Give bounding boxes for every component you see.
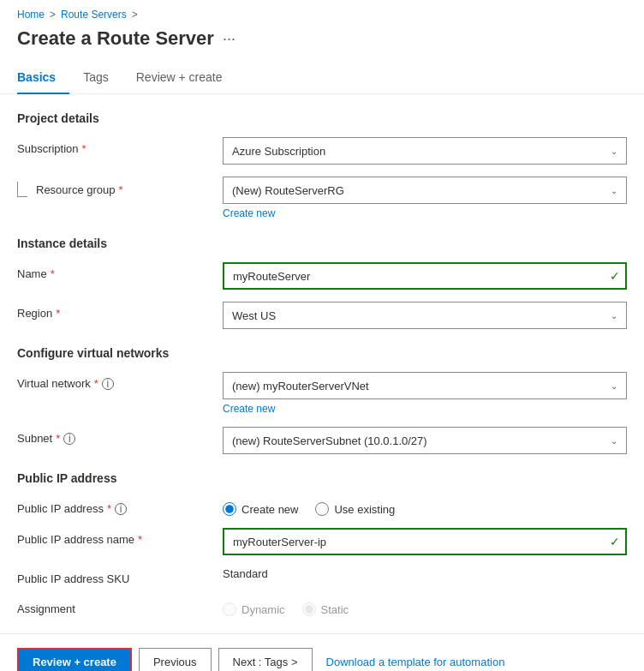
resource-group-row: Resource group * (New) RouteServerRG ⌄ C… [17, 177, 627, 219]
subscription-dropdown[interactable]: Azure Subscription ⌄ [223, 137, 627, 165]
public-ip-name-input-wrapper: ✓ [223, 528, 627, 555]
name-valid-icon: ✓ [610, 269, 620, 283]
name-input[interactable] [223, 262, 627, 290]
subnet-value: (new) RouteServerSubnet (10.0.1.0/27) [232, 434, 427, 447]
resource-group-label: Resource group * [17, 177, 223, 197]
name-input-wrapper: ✓ [223, 262, 627, 290]
public-ip-name-valid-icon: ✓ [610, 535, 620, 548]
public-ip-use-existing-option[interactable]: Use existing [315, 502, 395, 516]
name-control: ✓ [223, 262, 627, 290]
subscription-row: Subscription * Azure Subscription ⌄ [17, 137, 627, 165]
public-ip-sku-row: Public IP address SKU Standard [17, 567, 627, 585]
subscription-chevron-icon: ⌄ [611, 147, 617, 156]
virtual-network-create-new[interactable]: Create new [223, 403, 275, 415]
next-button[interactable]: Next : Tags > [218, 648, 313, 671]
assignment-row: Assignment Dynamic Static [17, 597, 627, 616]
public-ip-create-new-radio[interactable] [223, 502, 236, 516]
subnet-row: Subnet * i (new) RouteServerSubnet (10.0… [17, 427, 627, 454]
region-label: Region * [17, 302, 223, 320]
public-ip-address-label: Public IP address * i [17, 497, 223, 515]
subnet-required: * [56, 432, 60, 445]
page-header: Create a Route Server ··· [0, 24, 644, 63]
form-body: Project details Subscription * Azure Sub… [0, 111, 644, 616]
assignment-dynamic-radio [223, 602, 236, 616]
public-ip-create-new-label: Create new [242, 503, 298, 516]
virtual-network-required: * [94, 377, 98, 390]
subscription-required: * [82, 142, 86, 155]
public-ip-radio-group: Create new Use existing [223, 497, 627, 516]
breadcrumb-sep1: > [50, 9, 56, 21]
virtual-network-chevron-icon: ⌄ [611, 381, 617, 391]
public-ip-name-input[interactable] [223, 528, 627, 555]
instance-details-title: Instance details [17, 237, 627, 250]
subnet-chevron-icon: ⌄ [611, 436, 617, 446]
resource-group-dropdown[interactable]: (New) RouteServerRG ⌄ [223, 177, 627, 204]
name-label: Name * [17, 262, 223, 280]
review-create-button[interactable]: Review + create [17, 648, 132, 671]
public-ip-address-control: Create new Use existing [223, 497, 627, 516]
subnet-control: (new) RouteServerSubnet (10.0.1.0/27) ⌄ [223, 427, 627, 454]
assignment-dynamic-option: Dynamic [223, 602, 285, 616]
public-ip-use-existing-radio[interactable] [315, 502, 329, 516]
page-title: Create a Route Server [17, 27, 214, 50]
region-dropdown[interactable]: West US ⌄ [223, 302, 627, 329]
region-required: * [56, 307, 60, 320]
resource-group-create-new[interactable]: Create new [223, 207, 275, 219]
virtual-network-label: Virtual network * i [17, 372, 223, 390]
public-ip-name-label: Public IP address name * [17, 528, 223, 546]
breadcrumb-home[interactable]: Home [17, 9, 45, 21]
virtual-network-row: Virtual network * i (new) myRouterServer… [17, 372, 627, 415]
virtual-network-dropdown[interactable]: (new) myRouterServerVNet ⌄ [223, 372, 627, 399]
virtual-network-value: (new) myRouterServerVNet [232, 380, 369, 392]
tab-review-create[interactable]: Review + create [136, 63, 236, 94]
name-required: * [51, 267, 55, 280]
public-ip-name-control: ✓ [223, 528, 627, 555]
assignment-dynamic-label: Dynamic [242, 603, 285, 616]
virtual-networks-title: Configure virtual networks [17, 346, 627, 360]
name-row: Name * ✓ [17, 262, 627, 290]
resource-group-value: (New) RouteServerRG [232, 184, 344, 197]
subscription-control: Azure Subscription ⌄ [223, 137, 627, 165]
public-ip-sku-control: Standard [223, 567, 627, 580]
public-ip-use-existing-label: Use existing [334, 503, 395, 516]
public-ip-create-new-option[interactable]: Create new [223, 502, 298, 516]
assignment-static-option: Static [302, 602, 349, 616]
public-ip-required: * [107, 502, 111, 515]
resource-group-chevron-icon: ⌄ [611, 186, 617, 195]
footer: Review + create Previous Next : Tags > D… [0, 633, 644, 671]
subscription-value: Azure Subscription [232, 145, 325, 158]
public-ip-sku-label: Public IP address SKU [17, 567, 223, 585]
subnet-info-icon[interactable]: i [63, 433, 75, 445]
assignment-static-label: Static [321, 603, 349, 616]
more-options-icon[interactable]: ··· [223, 30, 236, 48]
region-control: West US ⌄ [223, 302, 627, 329]
tab-bar: Basics Tags Review + create [0, 63, 644, 94]
region-row: Region * West US ⌄ [17, 302, 627, 329]
breadcrumb: Home > Route Servers > [0, 0, 644, 24]
download-template-link[interactable]: Download a template for automation [319, 656, 512, 668]
breadcrumb-route-servers[interactable]: Route Servers [61, 9, 127, 21]
previous-button[interactable]: Previous [139, 648, 212, 671]
region-chevron-icon: ⌄ [611, 311, 617, 321]
virtual-network-control: (new) myRouterServerVNet ⌄ Create new [223, 372, 627, 415]
resource-group-required: * [119, 183, 123, 196]
subscription-label: Subscription * [17, 137, 223, 155]
tree-line-icon [17, 182, 27, 197]
virtual-network-info-icon[interactable]: i [102, 378, 114, 390]
assignment-radio-group: Dynamic Static [223, 597, 627, 616]
subnet-dropdown[interactable]: (new) RouteServerSubnet (10.0.1.0/27) ⌄ [223, 427, 627, 454]
assignment-static-radio [302, 602, 316, 616]
assignment-label: Assignment [17, 597, 223, 615]
public-ip-info-icon[interactable]: i [115, 503, 127, 515]
public-ip-sku-value: Standard [223, 562, 268, 580]
tab-tags[interactable]: Tags [83, 63, 122, 94]
public-ip-name-row: Public IP address name * ✓ [17, 528, 627, 555]
region-value: West US [232, 309, 276, 322]
tab-basics[interactable]: Basics [17, 63, 69, 94]
project-details-title: Project details [17, 111, 627, 125]
breadcrumb-sep2: > [132, 9, 138, 21]
subnet-label: Subnet * i [17, 427, 223, 445]
public-ip-name-required: * [138, 533, 142, 546]
public-ip-title: Public IP address [17, 471, 627, 485]
public-ip-address-row: Public IP address * i Create new Use exi… [17, 497, 627, 516]
